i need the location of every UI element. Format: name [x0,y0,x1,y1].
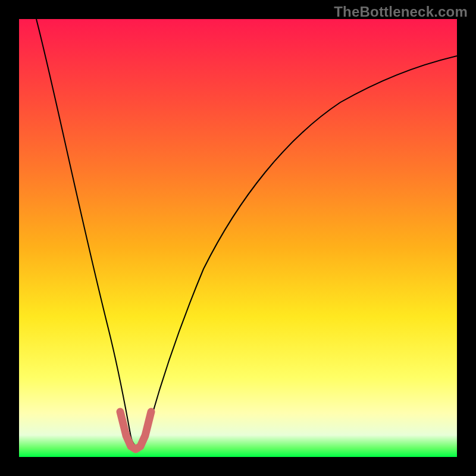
minimum-marker-path [120,412,151,449]
watermark-text: TheBottleneck.com [334,4,468,20]
chart-frame: TheBottleneck.com [0,0,476,476]
bottleneck-curve-path [36,19,457,447]
chart-svg [19,19,457,457]
